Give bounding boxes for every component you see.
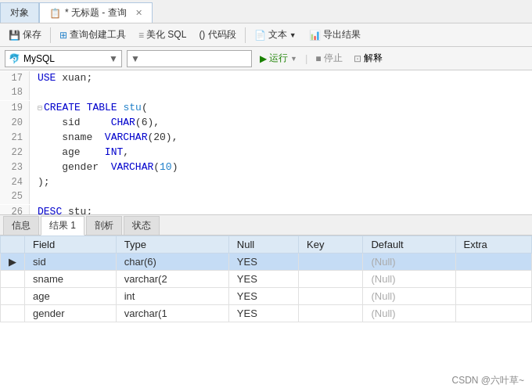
run-label: 运行 [269, 52, 288, 65]
query-builder-label: 查询创建工具 [70, 28, 126, 41]
cell-extra [455, 271, 532, 288]
line-content-21: sname VARCHAR(20), [30, 130, 178, 145]
tab-query-label: * 无标题 - 查询 [65, 6, 127, 20]
code-line-23: 23 gender VARCHAR(10) [0, 160, 532, 174]
cell-type: int [116, 288, 228, 305]
export-label: 导出结果 [323, 28, 361, 41]
beautify-button[interactable]: ≡ 美化 SQL [133, 26, 192, 44]
line-content-24: ); [30, 174, 50, 189]
cell-extra [455, 305, 532, 322]
mysql-icon: 🐬 [9, 53, 20, 64]
cell-key [299, 271, 363, 288]
dropdown-arrow-icon: ▼ [289, 31, 297, 39]
stop-label: 停止 [324, 52, 343, 65]
tab-info-label: 信息 [12, 220, 31, 231]
tab-result1-label: 结果 1 [49, 220, 76, 231]
run-button[interactable]: ▶ 运行 ▼ [257, 50, 300, 67]
cell-extra [455, 254, 532, 271]
line-number-18: 18 [0, 85, 30, 100]
explain-label: 解释 [364, 52, 383, 65]
cell-null: YES [228, 305, 298, 322]
watermark: CSDN @六叶草~ [451, 374, 524, 387]
code-line-22: 22 age INT, [0, 145, 532, 160]
line-number-26: 26 [0, 205, 30, 215]
tab-query[interactable]: 📋 * 无标题 - 查询 ✕ [39, 2, 153, 23]
beautify-label: 美化 SQL [146, 28, 186, 41]
toolbar: 💾 保存 ⊞ 查询创建工具 ≡ 美化 SQL () 代码段 📄 文本 ▼ 📊 导… [0, 23, 532, 47]
run-dropdown-icon: ▼ [290, 55, 297, 63]
table-row[interactable]: sname varchar(2 YES (Null) [1, 271, 532, 288]
result-tabs: 信息 结果 1 剖析 状态 [0, 215, 532, 236]
db-name: MySQL [23, 53, 106, 64]
code-line-21: 21 sname VARCHAR(20), [0, 130, 532, 145]
table-row[interactable]: gender varchar(1 YES (Null) [1, 305, 532, 322]
cell-field: gender [25, 305, 117, 322]
code-editor[interactable]: 17 USE xuan; 18 19 ⊟CREATE TABLE stu( 20… [0, 70, 532, 215]
cell-type: varchar(2 [116, 271, 228, 288]
schema-dropdown-icon: ▼ [131, 53, 140, 64]
stop-button[interactable]: ■ 停止 [312, 50, 345, 67]
close-icon[interactable]: ✕ [135, 8, 142, 18]
query-builder-button[interactable]: ⊞ 查询创建工具 [54, 26, 131, 44]
db-selector[interactable]: 🐬 MySQL ▼ [5, 50, 122, 67]
export-button[interactable]: 📊 导出结果 [304, 26, 366, 44]
tab-object[interactable]: 对象 [0, 2, 39, 23]
main-content: 💾 保存 ⊞ 查询创建工具 ≡ 美化 SQL () 代码段 📄 文本 ▼ 📊 导… [0, 23, 532, 392]
tab-profile-label: 剖析 [95, 220, 113, 231]
code-line-18: 18 [0, 85, 532, 100]
line-number-22: 22 [0, 146, 30, 160]
stop-icon: ■ [315, 53, 321, 64]
line-content-17: USE xuan; [30, 70, 92, 85]
result-table: Field Type Null Key Default Extra ▶ sid … [0, 236, 532, 322]
row-indicator [1, 305, 25, 322]
line-number-23: 23 [0, 160, 30, 175]
col-field: Field [25, 236, 117, 254]
snippet-button[interactable]: () 代码段 [193, 26, 241, 44]
table-row[interactable]: age int YES (Null) [1, 288, 532, 305]
cell-default: (Null) [363, 288, 455, 305]
col-type: Type [116, 236, 228, 254]
explain-button[interactable]: ⊡ 解释 [350, 50, 386, 67]
line-number-25: 25 [0, 189, 30, 204]
text-label: 文本 [268, 28, 287, 41]
save-label: 保存 [23, 28, 41, 41]
tab-status-label: 状态 [132, 220, 151, 231]
table-row[interactable]: ▶ sid char(6) YES (Null) [1, 254, 532, 271]
col-null: Null [228, 236, 298, 254]
line-content-19: ⊟CREATE TABLE stu( [30, 100, 148, 116]
row-indicator: ▶ [1, 254, 25, 271]
tab-profile[interactable]: 剖析 [86, 216, 122, 235]
tab-info[interactable]: 信息 [3, 216, 39, 235]
cell-extra [455, 288, 532, 305]
line-content-22: age INT, [30, 145, 129, 160]
tab-result1[interactable]: 结果 1 [41, 216, 84, 236]
db-dropdown-icon: ▼ [109, 53, 118, 64]
cell-default: (Null) [363, 254, 455, 271]
result-area[interactable]: Field Type Null Key Default Extra ▶ sid … [0, 236, 532, 392]
col-default: Default [363, 236, 455, 254]
run-icon: ▶ [260, 53, 267, 64]
line-number-24: 24 [0, 175, 30, 190]
save-button[interactable]: 💾 保存 [3, 26, 47, 44]
cell-key [299, 305, 363, 322]
text-button[interactable]: 📄 文本 ▼ [249, 26, 302, 44]
cell-key [299, 288, 363, 305]
row-indicator [1, 288, 25, 305]
code-line-24: 24 ); [0, 174, 532, 189]
code-line-19: 19 ⊟CREATE TABLE stu( [0, 100, 532, 115]
col-indicator [1, 236, 25, 254]
line-number-20: 20 [0, 116, 30, 131]
line-number-17: 17 [0, 71, 30, 86]
explain-icon: ⊡ [354, 53, 361, 64]
separator-1 [50, 27, 51, 43]
schema-selector[interactable]: ▼ [127, 50, 252, 67]
cell-type: varchar(1 [116, 305, 228, 322]
snippet-label: () 代码段 [199, 28, 235, 41]
table-header-row: Field Type Null Key Default Extra [1, 236, 532, 254]
tab-status[interactable]: 状态 [124, 216, 160, 235]
line-number-21: 21 [0, 131, 30, 146]
save-icon: 💾 [9, 30, 20, 41]
col-extra: Extra [455, 236, 532, 254]
cell-default: (Null) [363, 271, 455, 288]
title-bar: 对象 📋 * 无标题 - 查询 ✕ [0, 0, 532, 23]
